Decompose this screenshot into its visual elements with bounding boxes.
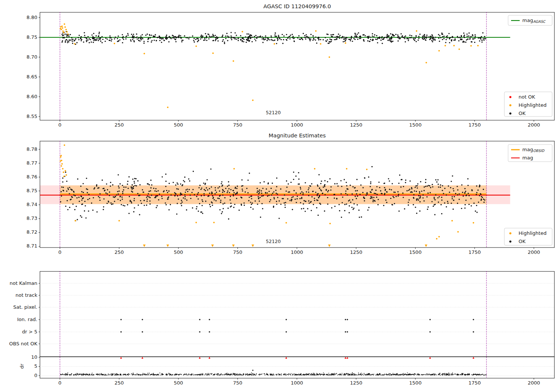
x-tick-label: 750	[233, 122, 242, 128]
panel2-clipped-low-markers	[143, 245, 427, 247]
x-tick-label: 1750	[469, 249, 481, 255]
y-tick-label: 8.75	[27, 188, 37, 193]
figure-canvas: 0250500750100012501500175020008.558.608.…	[0, 0, 560, 392]
flag-row-label: OBS not OK	[9, 341, 38, 346]
y-tick-label: 8.60	[27, 94, 37, 99]
y-tick-label: 8.74	[27, 202, 37, 207]
panel3-dr-trace	[60, 372, 487, 376]
dr-axis-label: dr	[19, 364, 25, 369]
panel2-marker-legend: HighlightedOK	[504, 228, 552, 245]
x-tick-label: 1750	[469, 380, 481, 386]
panel1-ok-points	[62, 31, 486, 45]
x-tick-group: 025050075010001250150017502000	[58, 378, 540, 386]
panel2-title: Magnitude Estimates	[268, 133, 326, 139]
y-tick-group: 8.558.608.658.708.758.80	[27, 15, 40, 119]
panel1-title: AGASC ID 1120409976.0	[264, 3, 331, 9]
flag-row-label: Ion. rad.	[17, 317, 37, 322]
flag-row-label: Sat. pixel.	[13, 304, 37, 310]
x-tick-label: 250	[115, 122, 124, 128]
legend-label: OK	[519, 111, 526, 116]
legend-label: OK	[519, 239, 526, 244]
x-tick-label: 750	[233, 249, 242, 255]
x-tick-label: 1000	[291, 122, 303, 128]
x-tick-label: 500	[174, 122, 183, 128]
panel3-flag-points	[120, 319, 474, 333]
y-tick-label: 8.71	[27, 243, 37, 249]
x-tick-group: 025050075010001250150017502000	[58, 120, 540, 128]
x-tick-label: 500	[174, 380, 183, 386]
x-tick-group: 025050075010001250150017502000	[58, 248, 540, 255]
dr-tick-label: 10	[31, 354, 37, 360]
panel1-axes	[40, 12, 554, 120]
x-tick-label: 1000	[291, 249, 303, 255]
legend-label: Highlighted	[519, 102, 547, 108]
x-tick-label: 1250	[350, 380, 362, 386]
panel2-line-legend: magOBSIDmag	[508, 144, 552, 162]
y-tick-label: 8.72	[27, 229, 37, 235]
x-tick-label: 1500	[409, 380, 421, 386]
x-tick-label: 1250	[350, 122, 362, 128]
x-tick-label: 0	[58, 122, 61, 128]
panel3-gridlines	[40, 283, 554, 376]
y-tick-label: 8.70	[27, 54, 37, 60]
legend-label: mag	[522, 155, 533, 161]
x-tick-label: 1000	[291, 380, 303, 386]
x-tick-label: 250	[115, 249, 124, 255]
panel2-obsid-label: 52120	[266, 239, 281, 244]
y-tick-label: 8.80	[27, 15, 37, 20]
x-tick-label: 0	[58, 380, 61, 386]
panel1-marker-legend: not OKHighlightedOK	[504, 92, 552, 116]
y-tick-label: 8.76	[27, 174, 37, 180]
x-tick-label: 1500	[409, 249, 421, 255]
panel3-obsid-vlines	[60, 271, 487, 378]
dr-tick-label: 5	[34, 363, 37, 369]
x-tick-label: 1750	[469, 122, 481, 128]
panel1-line-legend: magAGASC	[508, 15, 552, 25]
flag-row-label: not Kalman	[10, 280, 37, 286]
y-tick-label: 8.78	[27, 146, 37, 152]
legend-label: Highlighted	[519, 230, 547, 236]
flag-row-label: dr > 5	[22, 329, 37, 335]
y-tick-label: 8.75	[27, 34, 37, 40]
panel1-obsid-vlines	[60, 12, 487, 120]
dr-outlier-point	[252, 370, 253, 371]
dr-tick-label: 0	[34, 373, 37, 378]
y-tick-group: 8.718.728.738.748.758.768.778.78	[27, 146, 40, 249]
panel3-axes	[40, 271, 554, 378]
legend-label: not OK	[519, 94, 535, 100]
x-tick-label: 250	[115, 380, 124, 386]
y-tick-label: 8.77	[27, 160, 37, 166]
x-tick-label: 2000	[528, 249, 540, 255]
flag-row-label: not track	[15, 292, 37, 298]
figure: 0250500750100012501500175020008.558.608.…	[0, 0, 560, 392]
x-tick-label: 500	[174, 249, 183, 255]
panel1-obsid-label: 52120	[266, 110, 281, 115]
x-tick-label: 2000	[528, 122, 540, 128]
panel3-row-labels: not Kalmannot trackSat. pixel.Ion. rad.d…	[9, 280, 40, 378]
x-tick-label: 1250	[350, 249, 362, 255]
x-tick-label: 750	[233, 380, 242, 386]
y-tick-label: 8.65	[27, 74, 37, 80]
y-tick-label: 8.73	[27, 215, 37, 221]
x-tick-label: 1500	[409, 122, 421, 128]
y-tick-label: 8.55	[27, 113, 37, 119]
x-tick-label: 2000	[528, 380, 540, 386]
x-tick-label: 0	[58, 249, 61, 255]
generated-chart-layers: 0250500750100012501500175020008.558.608.…	[9, 12, 555, 386]
